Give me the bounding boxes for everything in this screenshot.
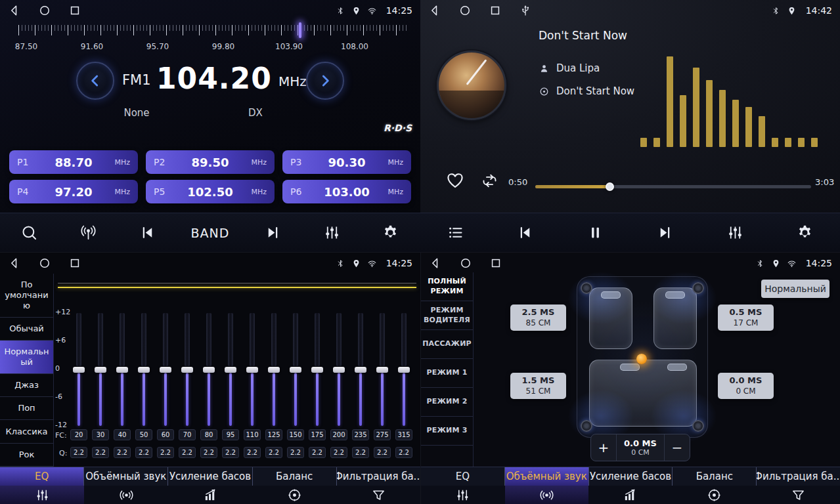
nav-recent-icon[interactable] (489, 4, 502, 17)
eq-tab-icon-cell-2[interactable] (168, 486, 252, 504)
equalizer-button[interactable] (719, 217, 751, 249)
sf-tab-2[interactable]: Усиление басов (589, 467, 673, 486)
sf-tab-0[interactable]: EQ (421, 467, 505, 486)
eq-preset-item[interactable]: Обычай (0, 318, 53, 341)
nav-recent-icon[interactable] (68, 257, 81, 270)
nav-recent-icon[interactable] (68, 4, 81, 17)
tune-down-button[interactable] (76, 62, 114, 100)
delay-rear-left[interactable]: 1.5 MS 51 CM (510, 373, 566, 399)
next-track-button[interactable] (650, 217, 681, 249)
frequency-ruler[interactable] (18, 25, 407, 37)
eq-slider-thumb[interactable] (398, 367, 410, 373)
eq-band-slider[interactable] (311, 313, 323, 426)
eq-slider-thumb[interactable] (73, 367, 85, 373)
eq-band-slider[interactable] (160, 313, 171, 426)
sf-tab-4[interactable]: Фильтрация ба... (757, 467, 840, 486)
eq-slider-thumb[interactable] (376, 367, 388, 373)
equalizer-button[interactable] (316, 217, 347, 249)
delay-front-left[interactable]: 2.5 MS 85 CM (510, 304, 566, 331)
eq-tab-2[interactable]: Усиление басов (168, 467, 252, 486)
eq-tab-3[interactable]: Баланс (253, 467, 337, 486)
eq-slider-thumb[interactable] (138, 367, 150, 373)
repeat-button[interactable] (481, 172, 498, 190)
seat-front-left[interactable] (589, 287, 632, 349)
nav-back-icon[interactable] (429, 257, 442, 270)
seat-rear[interactable] (589, 360, 697, 427)
sound-mode-item[interactable]: РЕЖИМ 2 (421, 388, 473, 417)
eq-slider-thumb[interactable] (311, 367, 323, 373)
progress-knob[interactable] (606, 182, 614, 191)
eq-preset-item[interactable]: По умолчанию (0, 274, 53, 318)
sf-tab-icon-cell-4[interactable] (756, 486, 840, 504)
preset-P6[interactable]: P6103.00MHz (282, 180, 411, 203)
eq-slider-thumb[interactable] (116, 367, 128, 373)
eq-tab-icon-cell-4[interactable] (336, 486, 420, 504)
sf-tab-icon-cell-3[interactable] (673, 486, 757, 504)
nav-recent-icon[interactable] (489, 257, 502, 270)
nav-home-icon[interactable] (38, 257, 51, 270)
eq-tab-0[interactable]: EQ (0, 467, 84, 486)
sf-tab-icon-cell-2[interactable] (588, 486, 673, 504)
eq-band-slider[interactable] (290, 313, 301, 426)
band-button[interactable]: BAND (191, 226, 230, 240)
listening-position-dot[interactable] (636, 354, 647, 364)
eq-preset-item[interactable]: Классика (0, 420, 53, 443)
eq-band-slider[interactable] (376, 313, 388, 426)
scan-button[interactable] (14, 217, 45, 249)
preset-P3[interactable]: P390.30MHz (282, 150, 411, 174)
nav-back-icon[interactable] (8, 257, 21, 270)
eq-band-slider[interactable] (333, 313, 345, 426)
nav-back-icon[interactable] (428, 4, 441, 17)
eq-band-slider[interactable] (95, 313, 106, 426)
settings-button[interactable] (375, 217, 407, 249)
eq-preset-item[interactable]: Нормальный (0, 341, 53, 374)
eq-preset-item[interactable]: Джаз (0, 374, 53, 397)
eq-band-slider[interactable] (138, 313, 150, 426)
eq-preset-item[interactable]: Поп (0, 397, 53, 420)
eq-band-slider[interactable] (268, 313, 280, 426)
settings-button[interactable] (789, 217, 821, 249)
preset-P4[interactable]: P497.20MHz (9, 180, 138, 203)
radio-mode-button[interactable] (73, 217, 104, 249)
eq-slider-thumb[interactable] (268, 367, 280, 373)
pause-button[interactable] (579, 217, 611, 249)
sound-mode-item[interactable]: ПОЛНЫЙ РЕЖИМ (421, 272, 473, 301)
eq-preset-item[interactable]: Рок (0, 444, 53, 467)
eq-band-slider[interactable] (203, 313, 215, 426)
preset-P2[interactable]: P289.50MHz (146, 150, 275, 174)
eq-band-slider[interactable] (116, 313, 128, 426)
sound-mode-item[interactable]: РЕЖИМ ВОДИТЕЛЯ (421, 301, 473, 330)
delay-front-right[interactable]: 0.5 MS 17 CM (718, 304, 774, 331)
sf-tab-1[interactable]: Объёмный звук (505, 467, 589, 486)
eq-slider-thumb[interactable] (203, 367, 215, 373)
eq-slider-thumb[interactable] (95, 367, 106, 373)
eq-band-slider[interactable] (181, 313, 193, 426)
nav-back-icon[interactable] (8, 4, 21, 17)
sf-tab-3[interactable]: Баланс (673, 467, 757, 486)
seek-up-button[interactable] (257, 217, 288, 249)
playlist-button[interactable] (439, 217, 471, 249)
seat-front-right[interactable] (653, 287, 697, 349)
eq-tab-icon-cell-3[interactable] (252, 486, 336, 504)
favorite-button[interactable] (445, 171, 465, 190)
sound-mode-item[interactable]: РЕЖИМ 1 (421, 359, 473, 388)
eq-band-slider[interactable] (355, 313, 366, 426)
eq-tab-icon-cell-1[interactable] (84, 486, 168, 504)
nav-home-icon[interactable] (459, 257, 472, 270)
decrease-button[interactable]: − (665, 434, 690, 461)
tune-up-button[interactable] (306, 62, 344, 100)
eq-tab-1[interactable]: Объёмный звук (84, 467, 168, 486)
sf-tab-icon-cell-0[interactable] (421, 486, 505, 504)
increase-button[interactable]: + (591, 434, 616, 461)
eq-slider-thumb[interactable] (181, 367, 193, 373)
eq-slider-thumb[interactable] (290, 367, 301, 373)
eq-slider-thumb[interactable] (160, 367, 171, 373)
eq-tab-icon-cell-0[interactable] (0, 486, 84, 504)
delay-rear-right[interactable]: 0.0 MS 0 CM (718, 373, 774, 399)
nav-home-icon[interactable] (458, 4, 472, 17)
preset-P5[interactable]: P5102.50MHz (146, 180, 275, 203)
sound-mode-item[interactable]: РЕЖИМ 3 (421, 417, 473, 446)
previous-track-button[interactable] (510, 217, 541, 249)
nav-home-icon[interactable] (38, 4, 51, 17)
sound-mode-item[interactable]: ПАССАЖИР (421, 330, 473, 359)
